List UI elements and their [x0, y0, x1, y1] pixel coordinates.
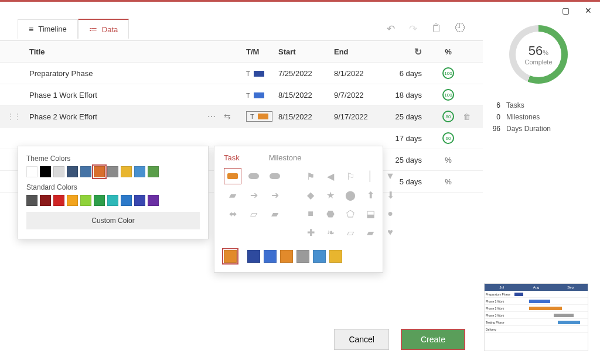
cell-duration: 6 days — [390, 69, 434, 78]
color-picker-popup: Theme Colors Standard Colors — [18, 146, 209, 239]
shape-hex[interactable]: ⬣ — [322, 205, 339, 222]
shape-shield[interactable]: ⬓ — [362, 205, 379, 222]
row-color-swatch[interactable] — [254, 71, 264, 77]
color-swatch[interactable] — [121, 166, 132, 177]
shape-bar[interactable] — [224, 168, 241, 184]
table-row[interactable]: ⋮⋮ Phase 2 Work Effort ⋯ ⇆ T 8/15/2022 9… — [0, 106, 483, 128]
row-indent-icon[interactable]: ⇆ — [224, 112, 231, 121]
color-swatch[interactable] — [148, 195, 159, 206]
delete-row-icon[interactable]: 🗑︎ — [463, 112, 471, 121]
shape-pin[interactable]: ⬤ — [342, 187, 359, 203]
shape-color[interactable] — [247, 250, 260, 263]
cell-title[interactable]: Phase 2 Work Effort — [29, 112, 97, 121]
color-swatch[interactable] — [80, 195, 91, 206]
color-swatch[interactable] — [94, 166, 105, 177]
color-swatch[interactable] — [67, 195, 78, 206]
shape-star[interactable]: ★ — [322, 187, 339, 203]
color-swatch[interactable] — [26, 195, 38, 206]
color-swatch[interactable] — [67, 166, 78, 177]
row-more-icon[interactable]: ⋯ — [207, 112, 216, 121]
shape-plus[interactable]: ✚ — [302, 224, 319, 241]
drag-handle-icon[interactable]: ⋮⋮ — [7, 112, 21, 121]
pct-ring[interactable]: 100 — [442, 89, 454, 101]
pct-placeholder[interactable]: % — [445, 156, 452, 164]
redo-icon[interactable]: ↷ — [409, 23, 417, 35]
color-swatch[interactable] — [40, 195, 51, 206]
window-close-icon[interactable]: ✕ — [585, 6, 592, 15]
cell-title[interactable]: Phase 1 Work Effort — [29, 91, 246, 99]
shape-rounded[interactable] — [245, 168, 262, 184]
undo-icon[interactable]: ↶ — [387, 23, 395, 35]
shape-color[interactable] — [264, 250, 277, 263]
color-swatch[interactable] — [80, 166, 91, 177]
color-swatch[interactable] — [107, 166, 118, 177]
shape-darrow[interactable]: ⬌ — [224, 205, 241, 222]
shape-arrow2[interactable]: ➜ — [266, 187, 284, 203]
cell-title[interactable]: Preparatory Phase — [29, 69, 246, 78]
pct-ring[interactable]: 80 — [442, 111, 454, 122]
shape-flag[interactable]: ⚑ — [302, 168, 319, 184]
pct-ring[interactable]: 60 — [442, 132, 454, 144]
shape-color[interactable] — [280, 250, 293, 263]
shape-tab-task[interactable]: Task — [224, 153, 240, 162]
shape-color[interactable] — [329, 250, 342, 263]
milestone-shapes: ⚑ ◀ ⚐ │ ▼ ◆ ★ ⬤ ⬆ ⬇ ■ ⬣ ⬠ ⬓ ● ✚ ❧ — [302, 168, 398, 241]
shape-circle[interactable]: ● — [382, 205, 398, 222]
create-button[interactable]: Create — [401, 329, 465, 350]
color-swatch[interactable] — [53, 166, 64, 177]
shape-arrow[interactable]: ➔ — [245, 187, 262, 203]
history-icon[interactable]: 🕘︎ — [455, 23, 465, 35]
task-shapes: ▰ ➔ ➜ ⬌ ▱ ▰ — [224, 168, 284, 241]
pct-ring[interactable]: 100 — [442, 67, 454, 79]
row-color-swatch[interactable] — [254, 92, 264, 98]
tab-data[interactable]: ≔ Data — [78, 19, 129, 39]
shape-chevron[interactable]: ▰ — [224, 187, 241, 203]
cell-start[interactable]: 8/15/2022 — [278, 112, 334, 121]
pct-placeholder[interactable]: % — [445, 177, 452, 186]
color-swatch[interactable] — [148, 166, 159, 177]
cell-end[interactable]: 8/1/2022 — [334, 69, 390, 78]
custom-color-button[interactable]: Custom Color — [26, 212, 200, 229]
shape-trap[interactable]: ▰ — [362, 224, 379, 241]
timeline-thumbnail[interactable]: Jul Aug Sep Preparatory Phase Phase 1 Wo… — [484, 283, 588, 351]
table-row[interactable]: Preparatory Phase T 7/25/2022 8/1/2022 6… — [0, 63, 483, 84]
shape-tri-left[interactable]: ◀ — [322, 168, 339, 184]
shape-pentagon[interactable]: ⬠ — [342, 205, 359, 222]
shape-tag[interactable]: ▱ — [245, 205, 262, 222]
shape-up[interactable]: ⬆ — [362, 187, 379, 203]
cancel-button[interactable]: Cancel — [334, 329, 389, 350]
tm-selector[interactable]: T — [246, 111, 272, 122]
cell-end[interactable]: 9/17/2022 — [334, 112, 390, 121]
shape-tri-down[interactable]: ▼ — [382, 168, 398, 184]
color-swatch[interactable] — [53, 195, 64, 206]
color-swatch[interactable] — [94, 195, 105, 206]
shape-leaf[interactable]: ❧ — [322, 224, 339, 241]
row-color-swatch[interactable] — [258, 114, 268, 119]
cell-start[interactable]: 7/25/2022 — [278, 69, 334, 78]
shape-down[interactable]: ⬇ — [382, 187, 398, 203]
color-swatch[interactable] — [26, 166, 38, 177]
shape-line[interactable]: │ — [362, 168, 379, 184]
color-swatch[interactable] — [134, 195, 145, 206]
shape-color[interactable] — [296, 250, 309, 263]
color-swatch[interactable] — [40, 166, 51, 177]
shape-color[interactable] — [313, 250, 326, 263]
color-swatch[interactable] — [121, 195, 132, 206]
shape-tab-milestone[interactable]: Milestone — [269, 153, 302, 162]
shape-diamond[interactable]: ◆ — [302, 187, 319, 203]
window-maximize-icon[interactable]: ▢ — [562, 6, 570, 15]
cell-start[interactable]: 8/15/2022 — [278, 91, 334, 99]
shape-flag2[interactable]: ⚐ — [342, 168, 359, 184]
shape-rhombus[interactable]: ▱ — [342, 224, 359, 241]
color-swatch[interactable] — [107, 195, 118, 206]
shape-heart[interactable]: ♥ — [382, 224, 398, 241]
tab-timeline[interactable]: ≡ Timeline — [18, 19, 78, 39]
shape-pill[interactable] — [266, 168, 284, 184]
shape-color[interactable] — [224, 250, 237, 263]
shape-parallelogram[interactable]: ▰ — [266, 205, 284, 222]
shape-square[interactable]: ■ — [302, 205, 319, 222]
cell-end[interactable]: 9/7/2022 — [334, 91, 390, 99]
table-row[interactable]: Phase 1 Work Effort T 8/15/2022 9/7/2022… — [0, 84, 483, 106]
color-swatch[interactable] — [134, 166, 145, 177]
clipboard-icon[interactable]: 📋︎ — [431, 23, 441, 35]
